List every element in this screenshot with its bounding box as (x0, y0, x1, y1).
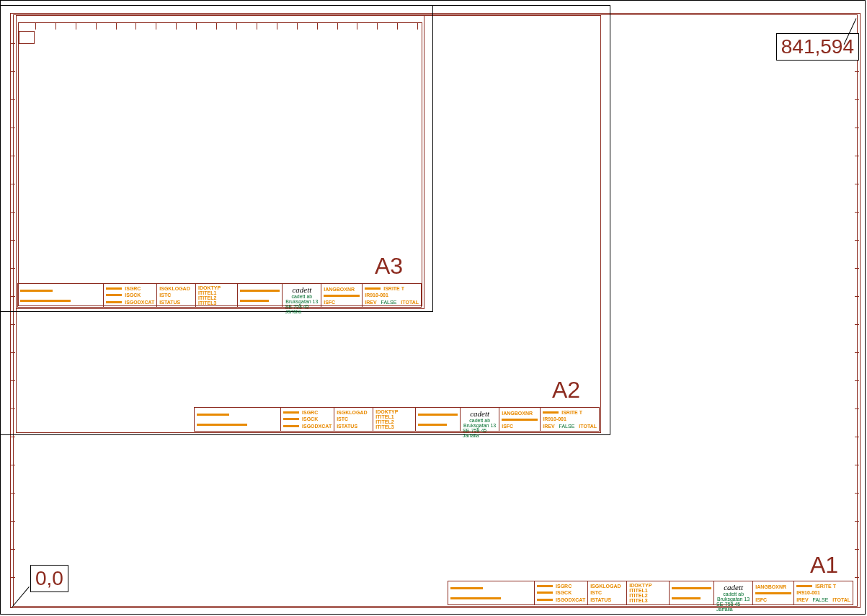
a2-titleblock: ISGRC ISGCK ISGODXCAT ISGKLOGAD ISTC IST… (195, 407, 600, 432)
tb-col5a: IANGBOXNR (324, 287, 355, 292)
tb-col1a: ISGRC (125, 286, 141, 291)
tb-col3a: IDOKTYP (198, 285, 221, 290)
tb-col2a: ISGKLOGAD (159, 286, 190, 291)
tb-logo: cadett (292, 285, 311, 294)
tb-addr3: SE-758 45 Järfälla (285, 304, 319, 314)
tb-col5b: ISFC (324, 300, 335, 305)
tb-col3b: ITITEL1 (198, 290, 216, 295)
a3-corner-mark (19, 31, 35, 44)
a3-label: A3 (375, 253, 403, 280)
tb-col6d: FALSE (381, 300, 397, 305)
tb-col1c: ISGODXCAT (125, 300, 154, 305)
a1-label: A1 (810, 552, 838, 579)
a3-top-ticks (16, 22, 418, 30)
tb-addr1: cadett ab (291, 294, 312, 299)
tb-col2c: ISTATUS (159, 300, 180, 305)
tb-col6a: IR910-001 (365, 293, 388, 298)
tb-col6c: IREV (365, 300, 376, 305)
tb-col6b: ISRITE T (383, 286, 404, 291)
coord-origin: 0,0 (30, 565, 68, 592)
tb-col2b: ISTC (159, 293, 171, 298)
a1-titleblock: ISGRC ISGCK ISGODXCAT ISGKLOGAD ISTC IST… (448, 581, 853, 605)
tb-col3d: ITITEL3 (198, 300, 216, 305)
a1-right-ticks (855, 16, 859, 605)
tb-addr2: Bruksgatan 13 (285, 299, 318, 304)
a3-frame-inner (18, 22, 422, 306)
tb-col6e: ITOTAL (401, 300, 419, 305)
a3-titleblock: ISGRC ISGCK ISGODXCAT ISGKLOGAD ISTC IST… (18, 283, 422, 308)
tb-col1b: ISGCK (125, 293, 141, 298)
tb-col3c: ITITEL2 (198, 295, 216, 300)
diagram-canvas: A3 A2 A1 841,594 0,0 ISGRC ISGCK ISGODXC… (0, 0, 867, 616)
a2-label: A2 (552, 377, 580, 403)
